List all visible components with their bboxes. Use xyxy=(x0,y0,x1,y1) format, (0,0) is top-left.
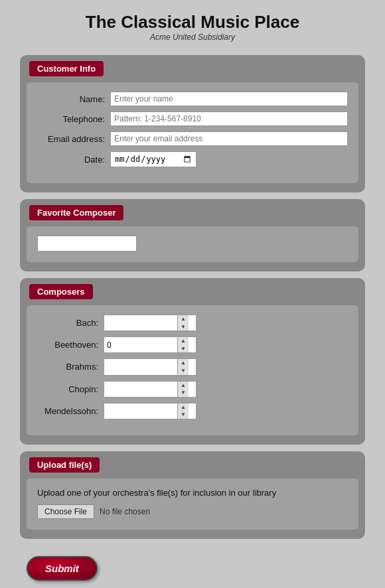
upload-inner: Upload one of your orchestra's file(s) f… xyxy=(27,478,358,530)
brahms-input[interactable] xyxy=(104,360,177,374)
email-row: Email address: xyxy=(37,131,348,146)
beethoven-label: Beethoven: xyxy=(37,340,104,350)
brahms-spinner: ▲ ▼ xyxy=(104,358,196,375)
beethoven-spinner-buttons: ▲ ▼ xyxy=(177,337,189,352)
favorite-composer-label: Favorite Composer xyxy=(29,205,123,220)
beethoven-input[interactable] xyxy=(104,338,177,352)
customer-info-inner: Name: Telephone: Email address: Date: xyxy=(27,82,358,183)
mendelssohn-spinner: ▲ ▼ xyxy=(104,403,196,419)
composers-label: Composers xyxy=(29,284,93,299)
chopin-up-button[interactable]: ▲ xyxy=(178,382,189,390)
email-input[interactable] xyxy=(110,131,348,146)
choose-file-button[interactable]: Choose File xyxy=(37,504,94,519)
chopin-down-button[interactable]: ▼ xyxy=(178,389,189,397)
date-row: Date: xyxy=(37,151,348,167)
page-header: The Classical Music Place Acme United Su… xyxy=(0,0,385,48)
date-label: Date: xyxy=(37,155,110,165)
bach-input[interactable] xyxy=(104,317,177,330)
name-row: Name: xyxy=(37,92,348,106)
mendelssohn-row: Mendelssohn: ▲ ▼ xyxy=(37,403,348,419)
favorite-composer-inner xyxy=(27,226,358,262)
submit-button[interactable]: Submit xyxy=(27,556,98,581)
upload-label: Upload file(s) xyxy=(29,457,100,473)
bach-label: Bach: xyxy=(37,318,104,328)
favorite-composer-input[interactable] xyxy=(37,236,137,252)
mendelssohn-up-button[interactable]: ▲ xyxy=(178,404,189,411)
telephone-label: Telephone: xyxy=(37,114,110,124)
brahms-up-button[interactable]: ▲ xyxy=(178,359,189,367)
date-input[interactable] xyxy=(110,151,196,167)
beethoven-spinner: ▲ ▼ xyxy=(104,336,196,353)
bach-spinner-buttons: ▲ ▼ xyxy=(177,315,189,331)
mendelssohn-down-button[interactable]: ▼ xyxy=(178,411,189,419)
chopin-row: Chopin: ▲ ▼ xyxy=(37,381,348,398)
favorite-composer-section: Favorite Composer xyxy=(20,199,365,271)
telephone-input[interactable] xyxy=(110,111,348,126)
upload-description: Upload one of your orchestra's file(s) f… xyxy=(37,488,348,498)
chopin-spinner-buttons: ▲ ▼ xyxy=(177,382,189,397)
file-row: Choose File No file chosen xyxy=(37,504,348,519)
beethoven-row: Beethoven: ▲ ▼ xyxy=(37,336,348,353)
bach-up-button[interactable]: ▲ xyxy=(178,315,189,323)
brahms-down-button[interactable]: ▼ xyxy=(178,367,189,375)
telephone-row: Telephone: xyxy=(37,111,348,126)
composers-section: Composers Bach: ▲ ▼ Beethoven: ▲ ▼ xyxy=(20,278,365,445)
customer-info-label: Customer Info xyxy=(29,61,104,76)
chopin-input[interactable] xyxy=(104,382,177,396)
upload-section: Upload file(s) Upload one of your orches… xyxy=(20,451,365,539)
beethoven-down-button[interactable]: ▼ xyxy=(178,345,189,353)
page-subtitle: Acme United Subsidiary xyxy=(7,33,378,42)
name-input[interactable] xyxy=(110,92,348,106)
bach-row: Bach: ▲ ▼ xyxy=(37,315,348,331)
email-label: Email address: xyxy=(37,134,110,144)
chopin-label: Chopin: xyxy=(37,384,104,394)
mendelssohn-label: Mendelssohn: xyxy=(37,406,104,416)
mendelssohn-input[interactable] xyxy=(104,404,177,417)
chopin-spinner: ▲ ▼ xyxy=(104,381,196,398)
brahms-label: Brahms: xyxy=(37,362,104,372)
beethoven-up-button[interactable]: ▲ xyxy=(178,337,189,345)
no-file-text: No file chosen xyxy=(100,507,150,516)
choose-file-label: Choose File xyxy=(44,507,87,516)
customer-info-section: Customer Info Name: Telephone: Email add… xyxy=(20,55,365,192)
composers-inner: Bach: ▲ ▼ Beethoven: ▲ ▼ Brahms: xyxy=(27,305,358,435)
submit-area: Submit xyxy=(0,546,385,587)
bach-spinner: ▲ ▼ xyxy=(104,315,196,331)
bach-down-button[interactable]: ▼ xyxy=(178,323,189,331)
brahms-row: Brahms: ▲ ▼ xyxy=(37,358,348,375)
page-title: The Classical Music Place xyxy=(7,12,378,33)
mendelssohn-spinner-buttons: ▲ ▼ xyxy=(177,404,189,419)
name-label: Name: xyxy=(37,94,110,104)
brahms-spinner-buttons: ▲ ▼ xyxy=(177,359,189,374)
